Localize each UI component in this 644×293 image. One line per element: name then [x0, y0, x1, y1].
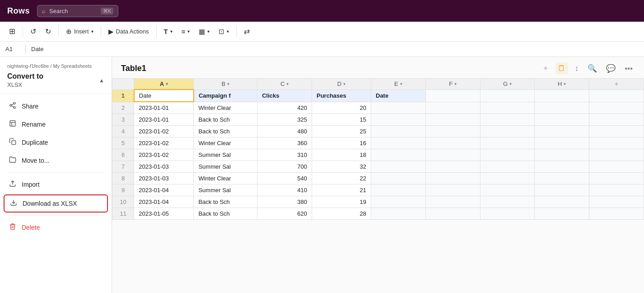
- cell-H7[interactable]: [535, 161, 589, 173]
- col-header-B[interactable]: B ▾: [194, 79, 257, 90]
- cell-I4[interactable]: [589, 126, 644, 137]
- cell-H10[interactable]: [535, 196, 589, 208]
- col-header-H[interactable]: H ▾: [535, 79, 589, 90]
- cell-H4[interactable]: [535, 126, 589, 137]
- cell-E7[interactable]: [371, 161, 426, 173]
- col-G-dropdown[interactable]: ▾: [509, 81, 512, 86]
- cell-B4[interactable]: Back to Sch: [194, 126, 257, 137]
- cell-I1[interactable]: [589, 90, 644, 102]
- cell-E9[interactable]: [371, 184, 426, 196]
- cell-A9[interactable]: 2023-01-04: [134, 184, 194, 196]
- sidebar-item-import[interactable]: Import: [0, 175, 112, 194]
- cell-C5[interactable]: 360: [257, 137, 312, 149]
- col-C-dropdown[interactable]: ▾: [286, 81, 289, 86]
- col-B-dropdown[interactable]: ▾: [227, 81, 229, 86]
- col-header-A[interactable]: A ▾: [134, 79, 194, 90]
- col-A-dropdown[interactable]: ▾: [166, 81, 168, 86]
- cell-D2[interactable]: 20: [312, 102, 371, 114]
- cell-G2[interactable]: [480, 102, 535, 114]
- cell-B11[interactable]: Back to Sch: [194, 208, 257, 220]
- cell-G6[interactable]: [480, 149, 535, 161]
- cell-E11[interactable]: [371, 208, 426, 220]
- cell-C2[interactable]: 420: [257, 102, 312, 114]
- cell-F7[interactable]: [425, 161, 480, 173]
- cell-B2[interactable]: Winter Clear: [194, 102, 257, 114]
- cell-I8[interactable]: [589, 173, 644, 184]
- cell-C9[interactable]: 410: [257, 184, 312, 196]
- cell-I2[interactable]: [589, 102, 644, 114]
- cell-H11[interactable]: [535, 208, 589, 220]
- cell-B6[interactable]: Summer Sal: [194, 149, 257, 161]
- cell-G7[interactable]: [480, 161, 535, 173]
- cell-I5[interactable]: [589, 137, 644, 149]
- data-actions-button[interactable]: ▶ Data Actions: [105, 25, 153, 38]
- cell-I6[interactable]: [589, 149, 644, 161]
- cell-F5[interactable]: [425, 137, 480, 149]
- cell-I9[interactable]: [589, 184, 644, 196]
- sidebar-item-duplicate[interactable]: Duplicate: [0, 133, 112, 151]
- cell-G3[interactable]: [480, 114, 535, 126]
- cell-A5[interactable]: 2023-01-02: [134, 137, 194, 149]
- cell-B9[interactable]: Summer Sal: [194, 184, 257, 196]
- cell-E4[interactable]: [371, 126, 426, 137]
- cell-C3[interactable]: 325: [257, 114, 312, 126]
- col-header-E[interactable]: E ▾: [371, 79, 426, 90]
- cell-E1[interactable]: Date: [371, 90, 426, 102]
- note-icon[interactable]: 🗒: [555, 62, 568, 75]
- cell-C4[interactable]: 480: [257, 126, 312, 137]
- cell-C1[interactable]: Clicks: [257, 90, 312, 102]
- cell-D4[interactable]: 25: [312, 126, 371, 137]
- sidebar-item-move[interactable]: Move to...: [0, 151, 112, 170]
- cell-F11[interactable]: [425, 208, 480, 220]
- cell-F6[interactable]: [425, 149, 480, 161]
- cell-G10[interactable]: [480, 196, 535, 208]
- sparkle-icon[interactable]: ✦: [540, 62, 551, 75]
- cell-E6[interactable]: [371, 149, 426, 161]
- cell-B8[interactable]: Winter Clear: [194, 173, 257, 184]
- cell-B5[interactable]: Winter Clear: [194, 137, 257, 149]
- cell-B7[interactable]: Summer Sal: [194, 161, 257, 173]
- cell-D8[interactable]: 22: [312, 173, 371, 184]
- add-column-button[interactable]: +: [589, 79, 644, 90]
- align-button[interactable]: ≡ ▾: [178, 25, 194, 38]
- cell-D3[interactable]: 15: [312, 114, 371, 126]
- cell-H8[interactable]: [535, 173, 589, 184]
- cell-F9[interactable]: [425, 184, 480, 196]
- cell-H6[interactable]: [535, 149, 589, 161]
- cell-I10[interactable]: [589, 196, 644, 208]
- cell-F10[interactable]: [425, 196, 480, 208]
- cell-I7[interactable]: [589, 161, 644, 173]
- col-D-dropdown[interactable]: ▾: [343, 81, 345, 86]
- cell-E2[interactable]: [371, 102, 426, 114]
- col-E-dropdown[interactable]: ▾: [400, 81, 402, 86]
- col-F-dropdown[interactable]: ▾: [454, 81, 457, 86]
- cell-E8[interactable]: [371, 173, 426, 184]
- cell-H3[interactable]: [535, 114, 589, 126]
- cell-D9[interactable]: 21: [312, 184, 371, 196]
- text-format-button[interactable]: T ▾: [160, 25, 176, 38]
- cell-D10[interactable]: 19: [312, 196, 371, 208]
- cell-A8[interactable]: 2023-01-03: [134, 173, 194, 184]
- cell-F1[interactable]: [425, 90, 480, 102]
- cell-H9[interactable]: [535, 184, 589, 196]
- search-box[interactable]: ⌕ Search ⌘K: [37, 5, 118, 17]
- redo-button[interactable]: ↻: [42, 25, 55, 38]
- cell-E3[interactable]: [371, 114, 426, 126]
- cell-E5[interactable]: [371, 137, 426, 149]
- grid-container[interactable]: A ▾ B ▾ C: [112, 78, 644, 293]
- col-header-G[interactable]: G ▾: [480, 79, 535, 90]
- cell-G9[interactable]: [480, 184, 535, 196]
- cell-B10[interactable]: Back to Sch: [194, 196, 257, 208]
- cell-C8[interactable]: 540: [257, 173, 312, 184]
- exchange-button[interactable]: ⇄: [240, 25, 253, 38]
- cell-C7[interactable]: 700: [257, 161, 312, 173]
- cell-D11[interactable]: 28: [312, 208, 371, 220]
- cell-C10[interactable]: 380: [257, 196, 312, 208]
- cell-D5[interactable]: 16: [312, 137, 371, 149]
- cell-A11[interactable]: 2023-01-05: [134, 208, 194, 220]
- cell-D6[interactable]: 18: [312, 149, 371, 161]
- sidebar-item-rename[interactable]: Rename: [0, 115, 112, 133]
- cell-G5[interactable]: [480, 137, 535, 149]
- col-header-C[interactable]: C ▾: [257, 79, 312, 90]
- cell-A3[interactable]: 2023-01-01: [134, 114, 194, 126]
